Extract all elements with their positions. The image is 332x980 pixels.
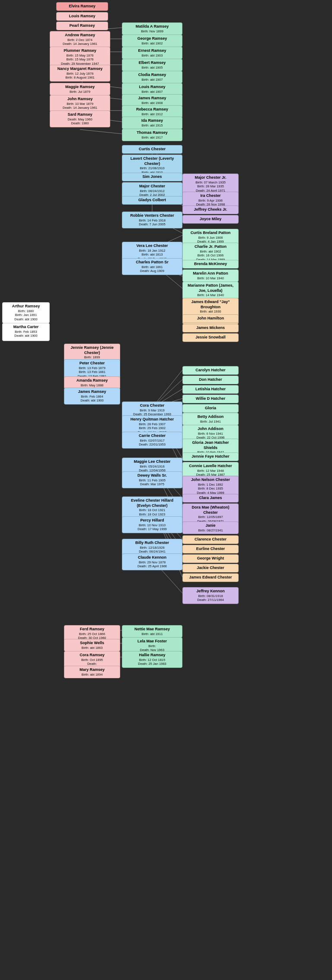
node-matilda[interactable]: Matilda A RamseyBirth: Nov 1899 [122,22,182,35]
node-name: Major Chester Jr. [185,175,236,180]
node-detail: Birth: abt 1863 [67,646,118,650]
node-name: James Ramsey [67,389,118,395]
node-elvira[interactable]: Elvira Ramsey [56,2,108,11]
node-sim[interactable]: Sim Jones [122,173,182,181]
node-curtis[interactable]: Curtis Chester [122,145,182,154]
node-detail: Birth: abt 1917 [124,136,180,140]
node-george_r[interactable]: George RamseyBirth: abt 1902 [122,35,182,47]
node-james_r2[interactable]: James RamseyBirth: Feb 1864Death: abt 19… [64,388,120,405]
node-name: Sard Ramsey [52,112,108,117]
node-arthur[interactable]: Arthur RamseyBirth: 1880Birth: Jan 1891D… [2,302,50,323]
node-name: Maggie Ramsey [52,85,108,90]
node-name: Matilda A Ramsey [124,24,180,29]
node-pearl[interactable]: Pearl Ramsey [56,22,108,30]
node-name: James Edward Chester [185,575,236,580]
node-name: Marianne Patton (James, Joe, Louella) [185,283,236,293]
node-detail: Birth: abt 1902 [124,41,180,46]
node-don[interactable]: Don Hatcher [182,376,239,384]
node-clarence[interactable]: Clarence Chester [182,535,239,544]
node-detail: Birth: Feb 1864 [67,395,118,399]
node-thomas[interactable]: Thomas RamseyBirth: abt 1917 [122,129,182,141]
node-letishia[interactable]: Letishia Hatcher [182,385,239,394]
node-claude[interactable]: Claude KennonBirth: 29 Nov 1878Death: 25… [122,553,182,570]
node-sard[interactable]: Sard RamseyDeath: May 1960Death: 1960 [50,111,110,127]
node-ernest[interactable]: Ernest RamseyBirth: abt 1903 [122,47,182,59]
node-detail: Death: Mar 1975 [124,482,180,487]
node-detail: Birth: Feb 1853 [5,330,47,334]
node-jennie[interactable]: Jennie Ramsey (Jennie Chester)Birth: 189… [64,344,120,361]
node-gladys[interactable]: Gladys Colbert [122,196,182,205]
node-sophie[interactable]: Sophie WellsBirth: abt 1863 [64,639,120,651]
node-detail: Birth: 9 Jun 1906 [185,236,236,240]
node-james_ed[interactable]: James Edward Chester [182,573,239,582]
node-clodia[interactable]: Clodia RamseyBirth: abt 1907 [122,71,182,83]
node-george_w[interactable]: George Wright [182,554,239,563]
node-jessie[interactable]: Jessie Snowball [182,333,239,342]
node-charles_p[interactable]: Charles Patton SrBirth: abt 1861Death: A… [122,258,182,275]
node-hallie[interactable]: Hallie RamseyBirth: 12 Oct 1815Death: 25… [122,651,182,668]
node-marelin[interactable]: Marelin Ann PattonBirth: 10 Mar 1940 [182,269,239,282]
node-nettie[interactable]: Nettie Mae RamseyBirth: abt 1911 [122,625,182,638]
node-james_m[interactable]: James Mickens [182,324,239,332]
node-detail: Birth: 21/08/1910 [124,166,180,171]
node-ida[interactable]: Ida RamseyBirth: abt 1915 [122,117,182,129]
node-name: Billy Ruth Chester [124,541,180,546]
node-joyce[interactable]: Joyce Miley [182,215,239,224]
node-jennie_f[interactable]: Jennie Faye Hatcher [182,452,239,461]
node-name: John Ramsey [52,97,108,102]
node-name: Thomas Ramsey [124,130,180,136]
node-jeffrey_jr[interactable]: Jeffrey Cheeks Jr. [182,205,239,214]
node-name: Louis Ramsey [59,14,105,19]
node-name: Betty Addison [185,414,236,420]
node-name: John Hamilton [185,316,236,321]
node-name: Henry Quitman Hatcher [124,417,180,422]
node-name: Joyce Miley [185,217,236,222]
node-name: Ida Ramsey [124,118,180,123]
node-detail: Birth: abt 1912 [124,112,180,117]
node-nancy[interactable]: Nancy Margaret RamseyBirth: 12 July 1878… [50,65,110,82]
node-name: Major Chester [124,184,180,189]
node-mary_r[interactable]: Mary RamseyBirth: abt 1894 [64,666,120,678]
node-elbert[interactable]: Elbert RamseyBirth: abt 1905 [122,59,182,71]
node-detail: Birth: 14 Mar 1940 [185,293,236,297]
node-betty[interactable]: Betty AddisonBirth: Jul 1941 [182,413,239,425]
node-gloria[interactable]: Gloria [182,404,239,413]
node-clara[interactable]: Clara James [182,494,239,503]
node-carolyn[interactable]: Carolyn Hatcher [182,366,239,375]
node-detail: Death: 25 Jan 1983 [124,662,180,666]
node-name: Jackie Chester [185,566,236,571]
node-dewey[interactable]: Dewey Walls Sr.Birth: 11 Feb 1905Death: … [122,471,182,488]
node-marianne[interactable]: Marianne Patton (James, Joe, Louella)Bir… [182,281,239,299]
node-detail: Birth: abt 1915 [124,123,180,128]
node-percy[interactable]: Percy HillardBirth: 10 Nov 1910Death: 17… [122,516,182,533]
node-name: James Mickens [185,326,236,331]
node-maggie[interactable]: Maggie RamseyBirth: Jul 1879 [50,83,110,95]
node-eurline[interactable]: Eurline Chester [182,545,239,553]
node-name: Jeffrey Cheeks Jr. [185,207,236,212]
node-name: James Ramsey [124,96,180,101]
node-name: Curtis Breland Patton [185,231,236,236]
node-janie[interactable]: JanieBirth: 08/27/1941 [182,522,239,534]
node-jeffrey_k[interactable]: Jeffrey KennonBirth: 08/31/1918Death: 27… [182,587,239,604]
node-john_h[interactable]: John Hamilton [182,314,239,323]
node-name: Nettie Mae Ramsey [124,627,180,632]
node-jackie[interactable]: Jackie Chester [182,564,239,572]
node-brenda[interactable]: Brenda McKinney [182,260,239,269]
node-martha[interactable]: Martha CarterBirth: Feb 1853Death: abt 1… [2,323,50,341]
node-carrie[interactable]: Carrie ChesterBirth: 02/07/1917Death: 22… [122,432,182,449]
node-name: Lavert Chester (Leverty Chester) [124,156,180,166]
node-name: Louis Ramsey [124,85,180,90]
node-louis[interactable]: Louis Ramsey [56,12,108,21]
node-name: Pearl Ramsey [59,23,105,28]
node-detail: Birth: 28 Feb 1907 [124,422,180,427]
node-andrew[interactable]: Andrew RamseyBirth: 2 Dec 1874Death: 14 … [50,31,110,48]
node-john[interactable]: John RamseyBirth: 10 Mar 1879Death: 14 J… [50,95,110,112]
node-name: Ira Chester [185,193,236,199]
node-detail: Birth: 25 Oct 1866 [67,632,118,636]
node-detail: Birth: 16 Oct 1906 [185,253,236,258]
node-name: Don Hatcher [185,377,236,383]
node-detail: Birth: abt 1903 [124,54,180,58]
node-willie[interactable]: Willie D Hatcher [182,395,239,403]
node-detail: Death: abt 1900 [5,334,47,338]
node-robbie[interactable]: Robbie Venters ChesterBirth: 14 Feb 1918… [122,212,182,228]
